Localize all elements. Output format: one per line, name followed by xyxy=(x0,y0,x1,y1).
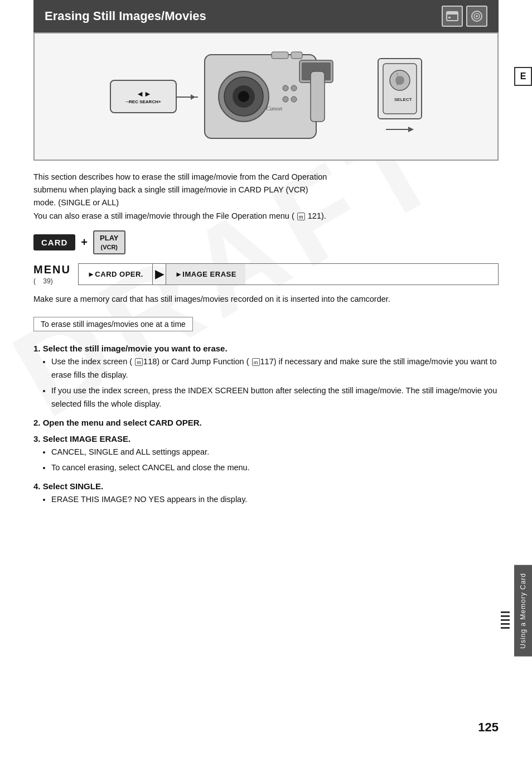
step-3-title-text: Select IMAGE ERASE. xyxy=(43,434,131,443)
step-3-bullet-1: CANCEL, SINGLE and ALL settings appear. xyxy=(51,446,499,459)
steps: 1. Select the still image/movie you want… xyxy=(33,344,499,506)
svg-point-5 xyxy=(476,15,478,17)
header-icons xyxy=(442,6,487,27)
svg-marker-28 xyxy=(408,127,414,132)
svg-point-20 xyxy=(291,97,297,102)
svg-point-19 xyxy=(283,97,288,102)
step-1: 1. Select the still image/movie you want… xyxy=(33,344,499,411)
page-number: 125 xyxy=(478,720,499,735)
select-dial: SELECT ↑ ↓ xyxy=(378,58,422,119)
menu-items: ►CARD OPER. ▶ ►IMAGE ERASE xyxy=(78,263,499,285)
menu-arrow: ▶ xyxy=(153,264,166,285)
step-4-title: 4. Select SINGLE. xyxy=(33,481,499,491)
step-1-bullets: Use the index screen ( m118) or Card Jum… xyxy=(51,355,499,411)
step-4-title-text: Select SINGLE. xyxy=(43,481,103,491)
arrow-indicator xyxy=(386,124,414,135)
menu-item-image-erase: ►IMAGE ERASE xyxy=(166,264,245,285)
step-1-title-text: Select the still image/movie you want to… xyxy=(43,344,228,353)
note-box: To erase still images/movies one at a ti… xyxy=(33,317,193,331)
card-icon xyxy=(442,6,463,27)
play-label: PLAY xyxy=(100,234,118,243)
rec-search-button: ◄ ► ─REC SEARCH+ xyxy=(110,80,177,113)
book-ref-icon: m xyxy=(297,213,305,220)
camera-body: Canon xyxy=(188,44,366,150)
camera-illustration: ◄ ► ─REC SEARCH+ xyxy=(76,41,456,152)
camera-illustration-area: ◄ ► ─REC SEARCH+ xyxy=(33,32,499,161)
step-2: 2. Open the menu and select CARD OPER. xyxy=(33,418,499,427)
make-sure-text: Make sure a memory card that has still i… xyxy=(33,293,499,306)
book-ref-icon-3: m xyxy=(252,358,260,366)
button-row: CARD + PLAY (VCR) xyxy=(33,230,499,254)
step-2-title-text: Open the menu and select CARD OPER. xyxy=(43,418,202,427)
svg-text:↓: ↓ xyxy=(396,80,399,86)
step-2-title: 2. Open the menu and select CARD OPER. xyxy=(33,418,499,427)
step-3: 3. Select IMAGE ERASE. CANCEL, SINGLE an… xyxy=(33,434,499,475)
side-tab-e: E xyxy=(514,67,532,86)
step-4: 4. Select SINGLE. ERASE THIS IMAGE? NO Y… xyxy=(33,481,499,507)
svg-rect-2 xyxy=(448,17,451,18)
menu-item-card-oper: ►CARD OPER. xyxy=(79,264,153,285)
vcr-label: (VCR) xyxy=(100,243,118,251)
svg-rect-13 xyxy=(272,52,288,59)
play-vcr-button: PLAY (VCR) xyxy=(93,230,125,254)
menu-label-box: MENU ( 39) xyxy=(33,263,78,285)
step-1-title: 1. Select the still image/movie you want… xyxy=(33,344,499,353)
plus-symbol: + xyxy=(81,236,88,249)
menu-row: MENU ( 39) ►CARD OPER. ▶ ►IMAGE ERASE xyxy=(33,263,499,285)
menu-word: MENU xyxy=(33,263,71,276)
svg-rect-15 xyxy=(311,71,325,122)
svg-rect-1 xyxy=(447,12,458,15)
step-4-bullet-1: ERASE THIS IMAGE? NO YES appears in the … xyxy=(51,493,499,507)
svg-point-17 xyxy=(283,85,288,91)
right-lines-decoration xyxy=(501,611,510,629)
svg-text:SELECT: SELECT xyxy=(394,97,412,102)
header-bar: Erasing Still Images/Movies xyxy=(33,0,499,32)
svg-text:↑: ↑ xyxy=(396,71,399,78)
svg-rect-14 xyxy=(291,52,302,59)
step-1-bullet-1: Use the index screen ( m118) or Card Jum… xyxy=(51,355,499,382)
step-3-bullet-2: To cancel erasing, select CANCEL and clo… xyxy=(51,461,499,475)
svg-point-10 xyxy=(238,91,249,102)
step-3-title: 3. Select IMAGE ERASE. xyxy=(33,434,499,443)
step-4-bullets: ERASE THIS IMAGE? NO YES appears in the … xyxy=(51,493,499,507)
step-1-bullet-2: If you use the index screen, press the I… xyxy=(51,384,499,411)
page-title: Erasing Still Images/Movies xyxy=(45,9,206,23)
side-label: Using a Memory Card xyxy=(514,565,532,657)
book-ref-icon-2: m xyxy=(135,358,143,366)
svg-text:Canon: Canon xyxy=(266,105,283,112)
svg-point-18 xyxy=(291,85,297,91)
camera-icon xyxy=(466,6,487,27)
menu-ref: ( 39) xyxy=(33,277,53,285)
description: This section describes how to erase the … xyxy=(33,171,499,223)
step-3-bullets: CANCEL, SINGLE and ALL settings appear. … xyxy=(51,446,499,475)
card-button: CARD xyxy=(33,234,75,250)
